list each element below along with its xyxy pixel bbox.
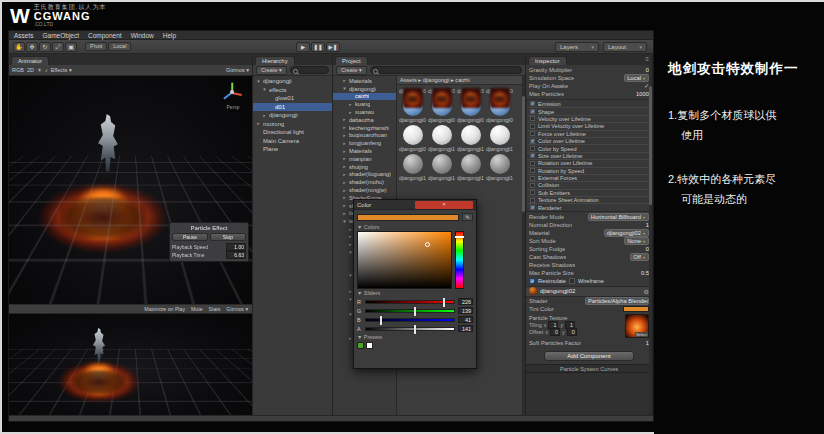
channel-thumb[interactable] <box>380 316 382 325</box>
channel-value-field[interactable]: 226 <box>458 298 473 305</box>
particle-panel-row-value[interactable]: 6.63 <box>226 251 246 259</box>
module-checkbox[interactable] <box>530 109 535 114</box>
renderer-field[interactable]: Max Particle Size 0.5 <box>526 269 652 277</box>
module-checkbox[interactable] <box>530 116 535 121</box>
expand-arrow-icon[interactable]: ▸ <box>342 78 347 83</box>
offset-y-field[interactable]: 0 <box>567 328 577 336</box>
audio-toggle-icon[interactable]: ♪ <box>45 67 48 73</box>
tint-color-swatch[interactable] <box>623 306 649 312</box>
transform-tool-button[interactable]: ↻ <box>39 42 51 52</box>
preset-color-swatch[interactable] <box>366 342 373 349</box>
hierarchy-item[interactable]: ▸ mozong <box>253 120 332 129</box>
inspector-field[interactable]: Gravity Multiplier 0 <box>526 66 652 74</box>
project-folder[interactable]: ▸ kuang <box>333 100 396 108</box>
tint-color-row[interactable]: Tint Color <box>526 305 652 313</box>
expand-arrow-icon[interactable]: ▸ <box>342 133 347 138</box>
menu-item[interactable]: GameObject <box>43 32 80 39</box>
transform-tool-button[interactable]: ▣ <box>65 42 77 52</box>
expand-arrow-icon[interactable]: ▸ <box>342 180 347 185</box>
scrollbar[interactable] <box>522 76 525 415</box>
renderer-field[interactable]: Receive Shadows <box>526 261 652 269</box>
material-header[interactable]: djiangongji02 ⚙ <box>526 286 652 297</box>
hue-slider-handle[interactable] <box>455 236 464 238</box>
hierarchy-item[interactable]: ▼ djiangongji <box>253 77 332 86</box>
menu-item[interactable]: Component <box>88 32 122 39</box>
gizmos-dropdown[interactable]: Gizmos ▾ <box>226 67 249 73</box>
expand-arrow-icon[interactable]: ▸ <box>342 117 347 122</box>
resimulate-checkbox[interactable] <box>529 278 535 284</box>
color-dialog-titlebar[interactable]: Color × <box>354 200 476 210</box>
create-button[interactable]: Create ▾ <box>256 66 287 75</box>
expand-arrow-icon[interactable]: ▸ <box>342 211 347 216</box>
expand-arrow-icon[interactable]: ▸ <box>342 156 347 161</box>
module-checkbox[interactable] <box>530 168 535 173</box>
add-component-button[interactable]: Add Component <box>544 351 635 361</box>
particle-module-row[interactable]: Color over Lifetime <box>527 137 651 144</box>
preset-color-swatch[interactable] <box>357 342 364 349</box>
asset-item[interactable]: djiangongji15 <box>457 154 484 181</box>
transform-tool-button[interactable]: ✥ <box>26 42 38 52</box>
module-checkbox[interactable] <box>530 183 535 188</box>
particle-module-row[interactable]: Size over Lifetime <box>527 152 651 159</box>
game-toolbar-toggle[interactable]: Mute <box>191 306 203 312</box>
tab-inspector[interactable]: Inspector <box>528 56 567 65</box>
channel-track[interactable] <box>365 300 455 304</box>
play-button[interactable]: ▶ <box>296 42 310 52</box>
channel-value-field[interactable]: 141 <box>458 325 473 332</box>
search-input[interactable] <box>290 66 329 74</box>
renderer-field[interactable]: Material djiangongji02 <box>526 229 652 237</box>
game-viewport[interactable] <box>9 314 252 415</box>
expand-arrow-icon[interactable]: ▸ <box>342 164 347 169</box>
panel-menu-icon[interactable]: ≡ <box>645 56 649 62</box>
game-toolbar-toggle[interactable]: Gizmos ▾ <box>226 306 248 312</box>
expand-arrow-icon[interactable]: ▼ <box>256 79 261 84</box>
transform-tool-button[interactable]: ⤢ <box>52 42 64 52</box>
pause-button[interactable]: ❚❚ <box>311 42 325 52</box>
channel-value-field[interactable]: 139 <box>458 307 473 314</box>
asset-item[interactable]: djiangongji10 <box>428 125 455 152</box>
offset-x-field[interactable]: 0 <box>550 328 560 336</box>
layers-dropdown[interactable]: Layers▾ <box>555 42 599 52</box>
project-folder[interactable]: ▸ shader(rongjie) <box>333 186 396 194</box>
particle-module-row[interactable]: Color by Speed <box>527 144 651 151</box>
expand-arrow-icon[interactable]: ▼ <box>342 86 347 91</box>
particle-panel-button[interactable]: Stop <box>210 233 246 241</box>
renderer-field[interactable]: Render Mode Horizontal Billboard <box>526 213 652 221</box>
game-toolbar-toggle[interactable]: Maximize on Play <box>144 306 185 312</box>
module-checkbox[interactable] <box>530 153 535 158</box>
scene-viewport[interactable]: Persp Particle Effect Pause Stop <box>9 76 252 304</box>
project-folder[interactable]: ▸ buqixuanzhuan <box>333 132 396 140</box>
channel-track[interactable] <box>365 318 455 322</box>
expand-arrow-icon[interactable]: ▸ <box>262 113 267 118</box>
project-folder[interactable]: ▸ Materials <box>333 147 396 155</box>
game-toolbar-toggle[interactable]: Stats <box>209 306 221 312</box>
channel-track[interactable] <box>365 309 455 313</box>
scene-orientation-gizmo[interactable]: Persp <box>220 80 246 110</box>
particle-module-row[interactable]: Texture Sheet Animation <box>527 196 651 203</box>
sliders-section-label[interactable]: ▼ Sliders <box>357 289 473 297</box>
channel-thumb[interactable] <box>414 325 416 334</box>
expand-arrow-icon[interactable]: ▸ <box>342 203 347 208</box>
asset-item[interactable]: djiangongji03 <box>457 88 484 94</box>
module-checkbox[interactable] <box>530 131 535 136</box>
expand-arrow-icon[interactable]: ▸ <box>348 110 353 115</box>
field-value[interactable]: 0.5 <box>641 270 649 276</box>
tab-hierarchy[interactable]: Hierarchy <box>255 56 295 65</box>
asset-item[interactable]: djiangongji12 <box>486 125 513 152</box>
renderer-field[interactable]: Normal Direction 1 <box>526 221 652 229</box>
module-checkbox[interactable] <box>530 205 535 210</box>
menu-item[interactable]: Help <box>163 32 176 39</box>
particle-module-row[interactable]: Limit Velocity over Lifetime <box>527 122 651 129</box>
field-value[interactable]: Horizontal Billboard <box>588 213 649 221</box>
project-folder[interactable]: ▸ xuanwu <box>333 108 396 116</box>
particle-module-row[interactable]: Collision <box>527 181 651 188</box>
particle-module-row[interactable]: Sub Emitters <box>527 189 651 196</box>
channel-value-field[interactable]: 41 <box>458 316 473 323</box>
hierarchy-item[interactable]: ▼ effects <box>253 86 332 95</box>
perspective-label[interactable]: Persp <box>220 104 246 110</box>
shading-mode-dropdown[interactable]: RGB <box>12 67 24 73</box>
2d-toggle[interactable]: 2D <box>27 67 34 73</box>
inspector-field[interactable]: Play On Awake ✓ <box>526 82 652 90</box>
expand-arrow-icon[interactable]: ▸ <box>342 149 347 154</box>
project-folder[interactable]: ▸ shuijing <box>333 163 396 171</box>
